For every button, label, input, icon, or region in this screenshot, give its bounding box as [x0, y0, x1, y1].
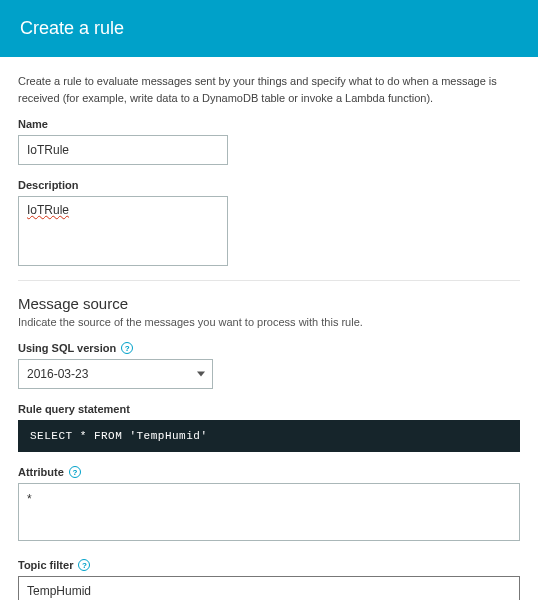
page-title: Create a rule — [20, 18, 518, 39]
section-divider — [18, 280, 520, 281]
description-label: Description — [18, 179, 520, 191]
info-icon[interactable]: ? — [78, 559, 90, 571]
message-source-title: Message source — [18, 295, 520, 312]
message-source-subtitle: Indicate the source of the messages you … — [18, 316, 520, 328]
info-icon[interactable]: ? — [69, 466, 81, 478]
attribute-label: Attribute ? — [18, 466, 520, 478]
attribute-group: Attribute ? — [18, 466, 520, 545]
description-field-group: Description IoTRule — [18, 179, 520, 266]
intro-text: Create a rule to evaluate messages sent … — [18, 73, 520, 106]
topic-filter-input[interactable] — [18, 576, 520, 600]
name-label: Name — [18, 118, 520, 130]
content-area: Create a rule to evaluate messages sent … — [0, 57, 538, 600]
description-input[interactable]: IoTRule — [18, 196, 228, 266]
name-field-group: Name — [18, 118, 520, 165]
query-statement-group: Rule query statement SELECT * FROM 'Temp… — [18, 403, 520, 452]
sql-version-label: Using SQL version ? — [18, 342, 520, 354]
info-icon[interactable]: ? — [121, 342, 133, 354]
sql-version-select[interactable]: 2016-03-23 — [18, 359, 213, 389]
query-statement-label: Rule query statement — [18, 403, 520, 415]
query-statement-code: SELECT * FROM 'TempHumid' — [18, 420, 520, 452]
name-input[interactable] — [18, 135, 228, 165]
topic-filter-label: Topic filter ? — [18, 559, 520, 571]
topic-filter-group: Topic filter ? — [18, 559, 520, 600]
attribute-input[interactable] — [18, 483, 520, 541]
chevron-down-icon — [197, 372, 205, 377]
sql-version-group: Using SQL version ? 2016-03-23 — [18, 342, 520, 389]
page-header: Create a rule — [0, 0, 538, 57]
